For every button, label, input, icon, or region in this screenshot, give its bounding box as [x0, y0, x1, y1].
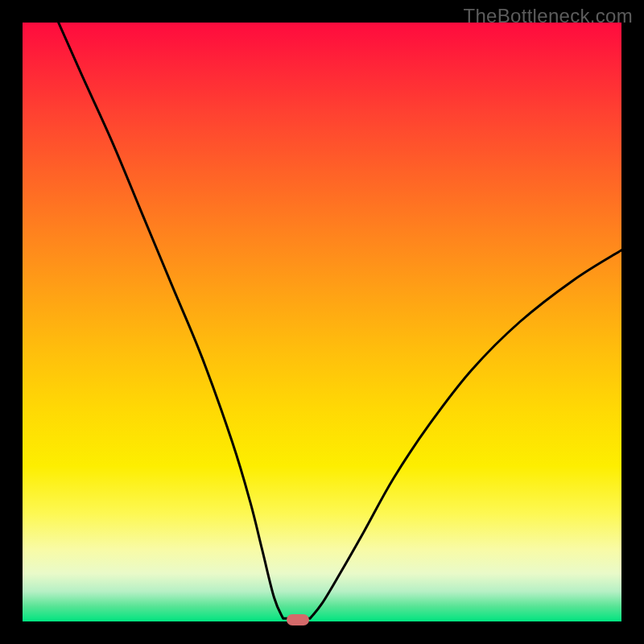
bottleneck-curve — [23, 23, 621, 621]
optimal-point-marker — [287, 614, 309, 625]
watermark-text: TheBottleneck.com — [463, 5, 633, 27]
